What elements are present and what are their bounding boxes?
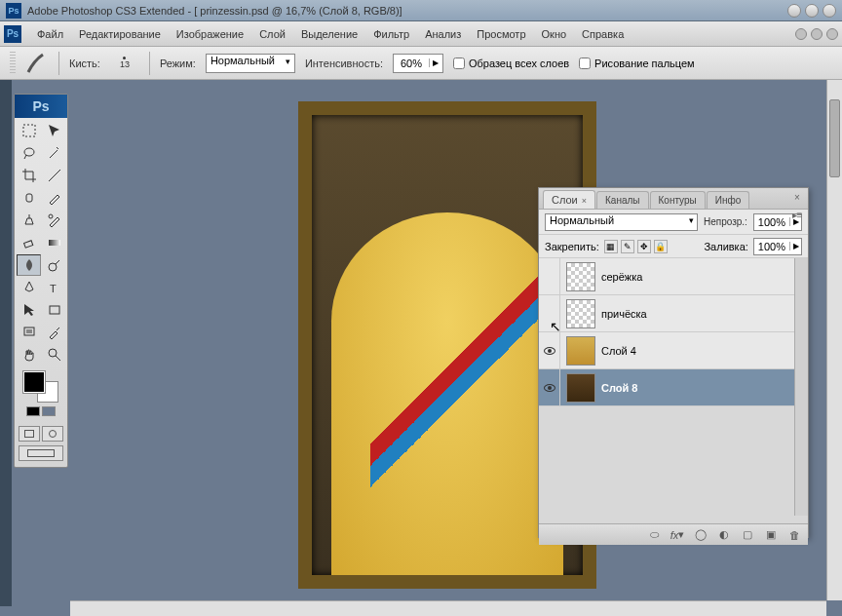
layer-group-icon[interactable]: ▢ xyxy=(740,527,755,543)
vertical-scrollbar[interactable] xyxy=(826,80,842,600)
dock-strip[interactable] xyxy=(0,80,12,606)
layer-style-icon[interactable]: fx▾ xyxy=(670,527,685,543)
layer-thumbnail[interactable] xyxy=(566,373,595,403)
layers-empty-area[interactable] xyxy=(539,406,808,523)
layer-name[interactable]: причёска xyxy=(601,308,647,320)
panel-scrollbar[interactable] xyxy=(794,258,808,516)
menu-layer[interactable]: Слой xyxy=(251,24,293,44)
eyedropper-tool[interactable] xyxy=(42,322,66,343)
quickmask-mode-button[interactable] xyxy=(42,426,63,442)
tab-layers[interactable]: Слои× xyxy=(543,190,595,209)
type-tool[interactable]: T xyxy=(42,277,66,298)
hand-tool[interactable] xyxy=(17,344,41,366)
menu-file[interactable]: Файл xyxy=(29,24,71,44)
new-layer-icon[interactable]: ▣ xyxy=(763,527,779,543)
layer-thumbnail[interactable] xyxy=(566,336,595,366)
layer-thumbnail[interactable] xyxy=(566,299,595,328)
notes-tool[interactable] xyxy=(17,322,41,343)
panel-close-button[interactable]: × xyxy=(790,190,804,204)
zoom-tool[interactable] xyxy=(42,344,66,366)
layer-blend-mode-select[interactable]: Нормальный xyxy=(545,213,698,231)
dodge-tool[interactable] xyxy=(42,254,66,276)
menu-edit[interactable]: Редактирование xyxy=(71,24,169,44)
visibility-toggle[interactable] xyxy=(539,258,560,294)
eraser-tool[interactable] xyxy=(17,232,41,253)
layer-row[interactable]: серёжка xyxy=(539,258,808,295)
minimize-button[interactable] xyxy=(787,4,801,18)
layer-name[interactable]: серёжка xyxy=(601,271,642,283)
intensity-field[interactable] xyxy=(394,58,429,69)
layer-thumbnail[interactable] xyxy=(566,262,595,291)
gradient-tool[interactable] xyxy=(42,232,66,253)
history-brush-tool[interactable] xyxy=(42,210,66,231)
menu-analysis[interactable]: Анализ xyxy=(417,24,469,44)
menu-view[interactable]: Просмотр xyxy=(469,24,533,44)
blend-mode-select[interactable]: Нормальный xyxy=(206,54,295,73)
visibility-toggle[interactable] xyxy=(539,295,560,331)
panel-menu-icon[interactable]: ▸≡ xyxy=(790,210,804,223)
brush-preset-picker[interactable]: 13 xyxy=(110,57,139,69)
close-button[interactable] xyxy=(823,4,836,18)
menu-image[interactable]: Изображение xyxy=(169,24,251,44)
magic-wand-tool[interactable] xyxy=(42,142,66,164)
doc-restore-button[interactable] xyxy=(811,28,823,40)
ps-icon[interactable]: Ps xyxy=(4,25,21,43)
finger-paint-checkbox[interactable] xyxy=(579,58,591,69)
tab-paths[interactable]: Контуры xyxy=(650,191,706,209)
chevron-right-icon[interactable]: ▶ xyxy=(429,58,442,67)
menu-help[interactable]: Справка xyxy=(574,24,632,44)
chevron-right-icon[interactable]: ▶ xyxy=(789,242,801,250)
pen-tool[interactable] xyxy=(17,277,41,298)
adjustment-layer-icon[interactable]: ◐ xyxy=(716,527,732,543)
color-swatches[interactable] xyxy=(23,371,58,403)
link-layers-icon[interactable]: ⬭ xyxy=(646,527,662,543)
lock-transparency-icon[interactable]: ▦ xyxy=(604,240,618,253)
lock-pixels-icon[interactable]: ✎ xyxy=(621,240,634,253)
delete-layer-icon[interactable]: 🗑 xyxy=(786,527,802,543)
visibility-toggle[interactable] xyxy=(539,332,560,368)
tab-channels[interactable]: Каналы xyxy=(596,191,649,209)
standard-mode-button[interactable] xyxy=(19,426,40,442)
visibility-toggle[interactable] xyxy=(539,369,560,405)
horizontal-scrollbar[interactable] xyxy=(70,600,826,616)
toolbox-header[interactable]: Ps xyxy=(15,95,67,118)
intensity-input[interactable]: ▶ xyxy=(393,54,443,73)
default-colors-icon[interactable] xyxy=(26,406,40,416)
swap-colors-icon[interactable] xyxy=(42,406,56,416)
layer-row[interactable]: Слой 8 xyxy=(539,369,808,406)
healing-brush-tool[interactable] xyxy=(17,187,41,209)
foreground-color-swatch[interactable] xyxy=(23,371,45,393)
tab-info[interactable]: Инфо xyxy=(707,191,750,209)
crop-tool[interactable] xyxy=(17,165,41,186)
sample-all-checkbox[interactable] xyxy=(453,58,465,69)
sample-all-layers-checkbox[interactable]: Образец всех слоев xyxy=(453,58,569,69)
menu-select[interactable]: Выделение xyxy=(293,24,365,44)
marquee-tool[interactable] xyxy=(17,120,41,141)
lock-all-icon[interactable]: 🔒 xyxy=(654,240,668,253)
menu-window[interactable]: Окно xyxy=(534,24,575,44)
doc-close-button[interactable] xyxy=(826,28,838,40)
fill-input[interactable]: 100%▶ xyxy=(753,238,802,255)
slice-tool[interactable] xyxy=(42,165,66,186)
move-tool[interactable] xyxy=(42,120,66,141)
close-icon[interactable]: × xyxy=(582,196,587,206)
screen-mode-button[interactable] xyxy=(19,445,63,461)
grip-icon[interactable] xyxy=(10,52,16,75)
lock-position-icon[interactable]: ✥ xyxy=(637,240,651,253)
brush-tool[interactable] xyxy=(42,187,66,209)
shape-tool[interactable] xyxy=(42,299,66,321)
layer-mask-icon[interactable]: ◯ xyxy=(693,527,708,543)
layer-row[interactable]: Слой 4 xyxy=(539,332,808,369)
smudge-tool[interactable] xyxy=(17,254,41,276)
menu-filter[interactable]: Фильтр xyxy=(365,24,417,44)
lasso-tool[interactable] xyxy=(17,142,41,164)
maximize-button[interactable] xyxy=(805,4,819,18)
layer-row[interactable]: причёска xyxy=(539,295,808,332)
doc-minimize-button[interactable] xyxy=(795,28,807,40)
finger-painting-checkbox[interactable]: Рисование пальцем xyxy=(579,58,695,69)
path-selection-tool[interactable] xyxy=(17,299,41,321)
clone-stamp-tool[interactable] xyxy=(17,210,41,231)
scrollbar-thumb[interactable] xyxy=(829,99,840,177)
layer-name[interactable]: Слой 4 xyxy=(601,345,636,357)
layer-name[interactable]: Слой 8 xyxy=(601,382,637,394)
